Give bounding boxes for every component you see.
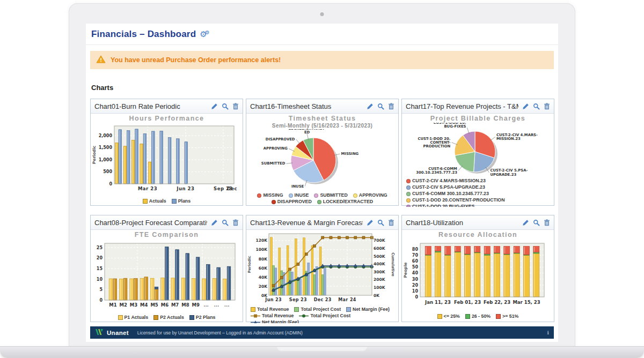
alert-banner[interactable]: You have unread Purchase Order performan… [90, 51, 554, 69]
card-title: Chart08-Project Forecast Comparative [94, 219, 207, 227]
app-window: Financials – Dashboard ⚙⚙ You have unrea… [86, 24, 558, 342]
svg-text:Mar 24: Mar 24 [338, 297, 356, 302]
svg-text:UPGRADE.23: UPGRADE.23 [490, 173, 516, 177]
chart-area: Project Billable ChargesCUST-2-CIV 4.MAR… [402, 114, 554, 207]
footer-brand: Unanet [107, 330, 129, 336]
card-title: Chart17-Top Revenue Projects - T&M [406, 102, 518, 110]
edit-pencil-icon[interactable] [211, 219, 218, 226]
legend-item: Plans [172, 198, 191, 204]
chart-legend: P1 ActualsP2 ActualsP2 Plans [91, 315, 243, 320]
zoom-magnifier-icon[interactable] [533, 103, 540, 110]
svg-text:Periodic: Periodic [247, 256, 252, 273]
svg-text:200K: 200K [374, 277, 386, 282]
svg-text:MISSING: MISSING [341, 152, 359, 156]
legend-item: Net Margin (Fee) [346, 307, 390, 312]
svg-text:10: 10 [412, 289, 419, 294]
svg-text:Jun 23: Jun 23 [176, 186, 194, 191]
edit-pencil-icon[interactable] [367, 219, 374, 226]
card-header: Chart16-Timesheet Status [246, 99, 398, 114]
chart-svg: 0510152025M1M2M3M4M5M6M7M8M9......... [91, 239, 239, 314]
svg-text:Jun 23: Jun 23 [265, 297, 282, 302]
svg-text:0K: 0K [374, 293, 380, 298]
delete-trash-icon[interactable] [544, 219, 550, 226]
svg-text:M2: M2 [120, 302, 127, 308]
chart-legend: DISAPPROVEDLOCKED/EXTRACTED [246, 199, 398, 205]
svg-text:80: 80 [412, 247, 419, 252]
delete-trash-icon[interactable] [388, 103, 394, 110]
svg-text:80K: 80K [259, 257, 268, 262]
chart-legend: Total RevenueTotal Project Cost [246, 313, 398, 319]
svg-text:M7: M7 [171, 302, 179, 308]
legend-item: APPROVING [353, 192, 387, 198]
svg-text:DISAPPROVED: DISAPPROVED [266, 137, 295, 141]
chart-legend: MISSINGINUSESUBMITTEDAPPROVING [246, 192, 398, 198]
svg-text:400K: 400K [374, 262, 386, 266]
svg-text:1,500: 1,500 [99, 145, 113, 150]
charts-section-label: Charts [91, 84, 558, 92]
svg-text:15: 15 [97, 266, 103, 271]
svg-text:INUSE: INUSE [291, 184, 304, 189]
settings-gears-icon[interactable]: ⚙⚙ [200, 30, 209, 39]
svg-text:ED: ED [304, 130, 310, 135]
svg-text:M3: M3 [130, 302, 137, 308]
chart-card-chart01: Chart01-Burn Rate Periodic Hours Perform… [90, 99, 243, 206]
svg-text:100K: 100K [256, 247, 268, 252]
svg-text:1,000: 1,000 [99, 158, 113, 162]
webcam-dot [320, 12, 324, 16]
edit-pencil-icon[interactable] [522, 219, 529, 226]
chart-legend: CUST-1-DOD 20.BUG-FIXES [402, 204, 554, 207]
unanet-logo-icon [95, 328, 104, 338]
svg-text:25: 25 [97, 245, 103, 250]
svg-text:30: 30 [412, 277, 419, 282]
edit-pencil-icon[interactable] [367, 103, 374, 110]
svg-text:20K: 20K [259, 284, 268, 289]
laptop-screen: Financials – Dashboard ⚙⚙ You have unrea… [69, 3, 575, 346]
card-header: Chart08-Project Forecast Comparative [91, 215, 243, 230]
svg-text:600K: 600K [374, 246, 386, 251]
footer-info-icon[interactable]: ℹ [547, 330, 549, 335]
legend-item: P1 Actuals [118, 315, 149, 320]
svg-text:60K: 60K [259, 266, 268, 271]
legend-item: Net Margin (Fee) [251, 319, 299, 323]
svg-text:Feb 01, 23: Feb 01, 23 [454, 300, 481, 305]
chart-legend: ActualsPlans [91, 198, 243, 204]
svg-text:2,000: 2,000 [99, 133, 113, 138]
chart-area: Timesheet StatusSemi-Monthly (5/16/2023 … [246, 114, 398, 207]
svg-text:20: 20 [97, 256, 103, 260]
chart-card-chart17: Chart17-Top Revenue Projects - T&M Proje… [401, 99, 554, 206]
svg-text:50: 50 [412, 265, 419, 270]
chart-svg: CUST-2-CIV 4.MARS-MISSION.23CUST-2-CIV 5… [402, 123, 551, 177]
delete-trash-icon[interactable] [544, 103, 550, 110]
svg-text:40K: 40K [259, 275, 268, 280]
chart-area: 0K20K40K60K80K100K120K0K100K200K300K400K… [246, 230, 398, 323]
svg-text:M1: M1 [109, 302, 116, 308]
zoom-magnifier-icon[interactable] [222, 219, 229, 226]
chart-title: Resource Allocation [402, 231, 554, 239]
legend-item: Total Revenue [251, 307, 289, 312]
svg-text:...: ... [214, 302, 219, 308]
delete-trash-icon[interactable] [388, 219, 394, 226]
page-title: Financials – Dashboard [91, 29, 196, 40]
chart-subtitle: Semi-Monthly (5/16/2023 - 5/31/2023) [246, 123, 398, 129]
card-header: Chart17-Top Revenue Projects - T&M [402, 99, 554, 114]
zoom-magnifier-icon[interactable] [377, 219, 384, 226]
legend-item: CUST-2-CIV 5.PSA-UPGRADE.23 [406, 184, 485, 190]
svg-text:0: 0 [109, 182, 112, 187]
svg-text:300.10.2345.777.23: 300.10.2345.777.23 [416, 170, 457, 175]
legend-item: DISAPPROVED [272, 199, 312, 205]
legend-item: <= 25% [437, 314, 460, 319]
edit-pencil-icon[interactable] [522, 103, 529, 110]
chart-svg: 0K20K40K60K80K100K120K0K100K200K300K400K… [246, 231, 395, 306]
card-header: Chart13-Revenue & Margin Forecast [246, 215, 398, 230]
delete-trash-icon[interactable] [232, 103, 239, 110]
zoom-magnifier-icon[interactable] [533, 219, 540, 226]
legend-item: SUBMITTED [314, 192, 347, 198]
delete-trash-icon[interactable] [232, 219, 239, 226]
edit-pencil-icon[interactable] [211, 103, 218, 110]
chart-svg: 05001,0001,5002,000Mar 23Jun 23Sep 23Dec… [91, 123, 239, 198]
zoom-magnifier-icon[interactable] [377, 103, 384, 110]
zoom-magnifier-icon[interactable] [222, 103, 229, 110]
chart-legend: CUST-6-COMM 300.10.2345.777.23 [402, 191, 554, 197]
svg-text:PRODUCTION: PRODUCTION [423, 144, 451, 148]
legend-item: CUST-6-COMM 300.10.2345.777.23 [406, 191, 489, 197]
